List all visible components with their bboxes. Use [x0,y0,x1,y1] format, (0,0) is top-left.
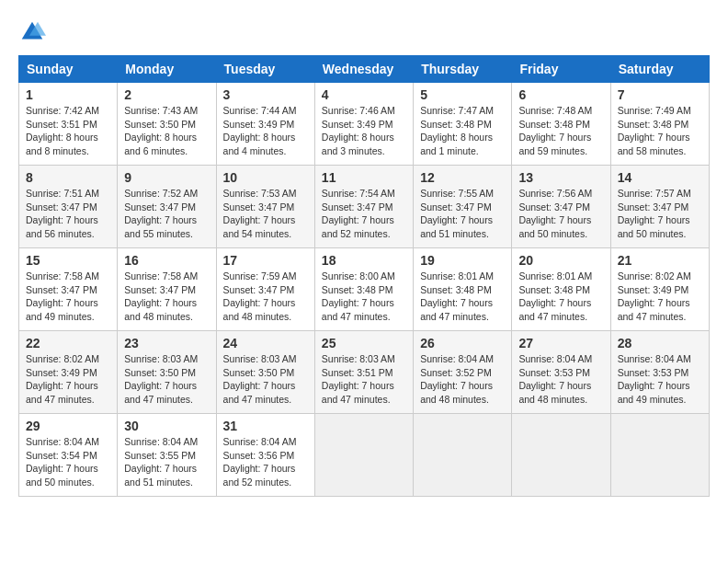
day-cell-17: 17Sunrise: 7:59 AMSunset: 3:47 PMDayligh… [216,248,314,331]
day-cell-8: 8Sunrise: 7:51 AMSunset: 3:47 PMDaylight… [19,166,118,248]
day-cell-22: 22Sunrise: 8:02 AMSunset: 3:49 PMDayligh… [19,331,118,414]
day-info: Sunrise: 8:04 AMSunset: 3:56 PMDaylight:… [223,435,308,489]
day-cell-2: 2Sunrise: 7:43 AMSunset: 3:50 PMDaylight… [118,83,216,166]
day-cell-3: 3Sunrise: 7:44 AMSunset: 3:49 PMDaylight… [216,83,314,166]
week-row-3: 15Sunrise: 7:58 AMSunset: 3:47 PMDayligh… [19,248,710,331]
weekday-header-wednesday: Wednesday [314,56,413,83]
day-number: 18 [322,253,406,268]
day-info: Sunrise: 7:49 AMSunset: 3:48 PMDaylight:… [618,104,702,158]
day-info: Sunrise: 7:58 AMSunset: 3:47 PMDaylight:… [124,270,209,324]
day-info: Sunrise: 7:46 AMSunset: 3:49 PMDaylight:… [322,104,406,158]
day-number: 26 [420,336,505,350]
week-row-2: 8Sunrise: 7:51 AMSunset: 3:47 PMDaylight… [19,166,710,248]
day-number: 16 [124,253,209,268]
day-info: Sunrise: 7:43 AMSunset: 3:50 PMDaylight:… [124,104,209,158]
day-number: 30 [124,419,209,433]
day-cell-20: 20Sunrise: 8:01 AMSunset: 3:48 PMDayligh… [512,248,610,331]
weekday-header-row: SundayMondayTuesdayWednesdayThursdayFrid… [19,56,710,83]
calendar-table: SundayMondayTuesdayWednesdayThursdayFrid… [18,55,710,497]
day-cell-27: 27Sunrise: 8:04 AMSunset: 3:53 PMDayligh… [512,331,610,414]
day-number: 4 [322,87,406,102]
day-number: 21 [618,253,702,268]
day-number: 5 [420,87,505,102]
empty-cell [314,414,413,497]
week-row-5: 29Sunrise: 8:04 AMSunset: 3:54 PMDayligh… [19,414,710,497]
day-info: Sunrise: 7:44 AMSunset: 3:49 PMDaylight:… [223,104,308,158]
day-number: 19 [420,253,505,268]
day-number: 17 [223,253,308,268]
day-number: 22 [26,336,110,350]
day-number: 28 [618,336,702,350]
empty-cell [414,414,512,497]
day-info: Sunrise: 8:00 AMSunset: 3:48 PMDaylight:… [322,270,406,324]
day-info: Sunrise: 8:04 AMSunset: 3:53 PMDaylight:… [618,352,702,407]
day-number: 15 [26,253,110,268]
day-number: 24 [223,336,308,350]
page-header [18,18,710,46]
day-cell-10: 10Sunrise: 7:53 AMSunset: 3:47 PMDayligh… [216,166,314,248]
day-cell-30: 30Sunrise: 8:04 AMSunset: 3:55 PMDayligh… [118,414,216,497]
day-number: 10 [223,170,308,185]
day-cell-24: 24Sunrise: 8:03 AMSunset: 3:50 PMDayligh… [216,331,314,414]
day-number: 14 [618,170,702,185]
day-info: Sunrise: 7:42 AMSunset: 3:51 PMDaylight:… [26,104,110,158]
day-number: 13 [518,170,603,185]
day-number: 25 [322,336,406,350]
day-cell-1: 1Sunrise: 7:42 AMSunset: 3:51 PMDaylight… [19,83,118,166]
day-cell-4: 4Sunrise: 7:46 AMSunset: 3:49 PMDaylight… [314,83,413,166]
day-info: Sunrise: 7:57 AMSunset: 3:47 PMDaylight:… [618,187,702,241]
day-cell-6: 6Sunrise: 7:48 AMSunset: 3:48 PMDaylight… [512,83,610,166]
week-row-4: 22Sunrise: 8:02 AMSunset: 3:49 PMDayligh… [19,331,710,414]
day-cell-19: 19Sunrise: 8:01 AMSunset: 3:48 PMDayligh… [414,248,512,331]
day-info: Sunrise: 8:03 AMSunset: 3:50 PMDaylight:… [223,352,308,407]
day-info: Sunrise: 7:56 AMSunset: 3:47 PMDaylight:… [518,187,603,241]
day-info: Sunrise: 8:04 AMSunset: 3:55 PMDaylight:… [124,435,209,489]
day-info: Sunrise: 7:48 AMSunset: 3:48 PMDaylight:… [518,104,603,158]
day-info: Sunrise: 7:53 AMSunset: 3:47 PMDaylight:… [223,187,308,241]
day-cell-9: 9Sunrise: 7:52 AMSunset: 3:47 PMDaylight… [118,166,216,248]
day-info: Sunrise: 8:01 AMSunset: 3:48 PMDaylight:… [420,270,505,324]
logo-icon [18,18,46,46]
day-cell-16: 16Sunrise: 7:58 AMSunset: 3:47 PMDayligh… [118,248,216,331]
day-cell-18: 18Sunrise: 8:00 AMSunset: 3:48 PMDayligh… [314,248,413,331]
day-info: Sunrise: 7:47 AMSunset: 3:48 PMDaylight:… [420,104,505,158]
day-number: 20 [518,253,603,268]
day-number: 9 [124,170,209,185]
day-number: 27 [518,336,603,350]
week-row-1: 1Sunrise: 7:42 AMSunset: 3:51 PMDaylight… [19,83,710,166]
day-cell-31: 31Sunrise: 8:04 AMSunset: 3:56 PMDayligh… [216,414,314,497]
day-info: Sunrise: 8:04 AMSunset: 3:52 PMDaylight:… [420,352,505,407]
weekday-header-thursday: Thursday [414,56,512,83]
day-number: 6 [518,87,603,102]
day-info: Sunrise: 7:59 AMSunset: 3:47 PMDaylight:… [223,270,308,324]
day-cell-21: 21Sunrise: 8:02 AMSunset: 3:49 PMDayligh… [610,248,709,331]
day-number: 7 [618,87,702,102]
day-cell-28: 28Sunrise: 8:04 AMSunset: 3:53 PMDayligh… [610,331,709,414]
day-cell-25: 25Sunrise: 8:03 AMSunset: 3:51 PMDayligh… [314,331,413,414]
day-info: Sunrise: 8:04 AMSunset: 3:53 PMDaylight:… [518,352,603,407]
weekday-header-tuesday: Tuesday [216,56,314,83]
day-number: 8 [26,170,110,185]
day-info: Sunrise: 8:03 AMSunset: 3:51 PMDaylight:… [322,352,406,407]
day-number: 1 [26,87,110,102]
day-cell-7: 7Sunrise: 7:49 AMSunset: 3:48 PMDaylight… [610,83,709,166]
day-info: Sunrise: 7:51 AMSunset: 3:47 PMDaylight:… [26,187,110,241]
day-cell-23: 23Sunrise: 8:03 AMSunset: 3:50 PMDayligh… [118,331,216,414]
day-info: Sunrise: 7:55 AMSunset: 3:47 PMDaylight:… [420,187,505,241]
day-cell-15: 15Sunrise: 7:58 AMSunset: 3:47 PMDayligh… [19,248,118,331]
day-info: Sunrise: 7:52 AMSunset: 3:47 PMDaylight:… [124,187,209,241]
day-info: Sunrise: 8:01 AMSunset: 3:48 PMDaylight:… [518,270,603,324]
day-cell-13: 13Sunrise: 7:56 AMSunset: 3:47 PMDayligh… [512,166,610,248]
day-number: 11 [322,170,406,185]
day-number: 31 [223,419,308,433]
day-number: 29 [26,419,110,433]
weekday-header-saturday: Saturday [610,56,709,83]
day-info: Sunrise: 8:02 AMSunset: 3:49 PMDaylight:… [618,270,702,324]
day-number: 3 [223,87,308,102]
day-number: 12 [420,170,505,185]
weekday-header-friday: Friday [512,56,610,83]
day-info: Sunrise: 8:04 AMSunset: 3:54 PMDaylight:… [26,435,110,489]
day-cell-12: 12Sunrise: 7:55 AMSunset: 3:47 PMDayligh… [414,166,512,248]
day-cell-11: 11Sunrise: 7:54 AMSunset: 3:47 PMDayligh… [314,166,413,248]
day-cell-29: 29Sunrise: 8:04 AMSunset: 3:54 PMDayligh… [19,414,118,497]
